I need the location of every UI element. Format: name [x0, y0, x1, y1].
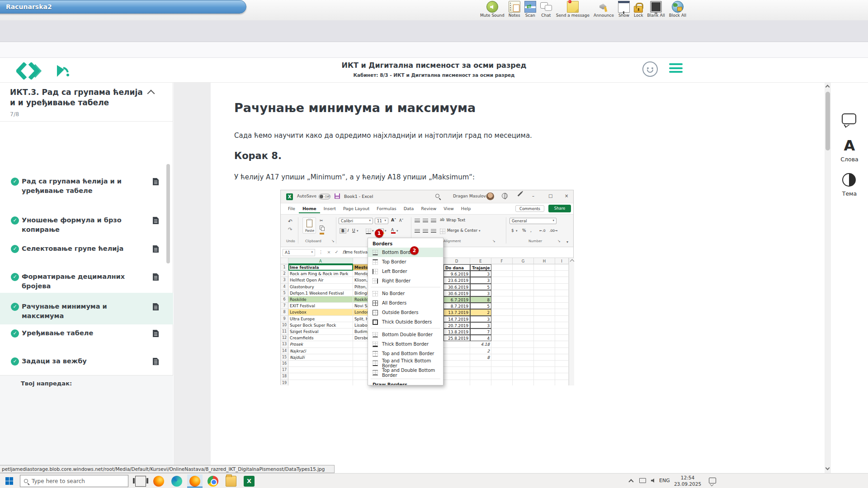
- cell-A8: Lovebox: [288, 309, 353, 315]
- cell-A4: Glastonbury: [288, 284, 353, 290]
- lesson-heading: Рачунање минимума и максимума: [234, 101, 476, 115]
- taskbar-excel-button[interactable]: X: [241, 474, 257, 488]
- theme-toggle-icon[interactable]: [842, 173, 856, 187]
- taskbar-search[interactable]: Type here to search: [20, 475, 128, 487]
- row-header: 13: [281, 341, 288, 347]
- sidebar-item[interactable]: ✓Уношење формула и брзо копирање: [0, 212, 173, 238]
- cell-i7: [555, 303, 569, 309]
- notes-icon: [509, 1, 520, 13]
- scroll-down-icon[interactable]: [826, 466, 830, 470]
- network-icon[interactable]: [639, 478, 646, 483]
- sidebar-item[interactable]: ✓Рад са групама ћелија и и уређивање таб…: [0, 173, 173, 202]
- taskbar-edge-button[interactable]: [169, 474, 184, 488]
- sidebar-item[interactable]: ✓Селектовање групе ћелија: [0, 240, 173, 262]
- cell-E4: 5: [470, 284, 491, 290]
- start-button[interactable]: [5, 477, 13, 485]
- menu-item-label: Right Border: [382, 278, 410, 283]
- document-icon: [153, 358, 159, 365]
- borders-dropdown-menu: Borders Bottom BorderTop BorderLeft Bord…: [368, 238, 443, 385]
- clock[interactable]: 12:5423.09.2025: [674, 475, 702, 487]
- sidebar-item[interactable]: ✓Задаци за вежбу: [0, 353, 173, 375]
- scrollbar-thumb[interactable]: [826, 92, 830, 150]
- send-tool-button[interactable]: Send a message: [556, 1, 590, 18]
- cell-H18: [534, 373, 555, 380]
- cell-A3: Hellfest Open Air: [288, 277, 353, 283]
- cell-H16: [534, 361, 555, 367]
- tool-label: Announce: [594, 13, 614, 18]
- cell-A11: Sziget Festival: [288, 328, 353, 335]
- cell-E3: 3: [470, 277, 491, 283]
- font-size-icon[interactable]: A: [831, 137, 868, 154]
- language-indicator[interactable]: ENG: [659, 478, 670, 483]
- tray-expand-icon[interactable]: [628, 479, 633, 484]
- menu-item-label: Thick Bottom Border: [382, 342, 429, 347]
- wrap-text-icon: ab: [440, 218, 444, 222]
- sidebar-scrollbar[interactable]: [165, 83, 171, 402]
- cell-D5: 30.6.2019: [443, 290, 470, 296]
- cell-F6: [491, 296, 513, 303]
- document-icon: [153, 178, 159, 185]
- announce-tool-button[interactable]: Announce: [594, 1, 614, 18]
- row-header: 1: [281, 264, 288, 271]
- section-progress-count: 7/8: [10, 111, 19, 117]
- cell-H17: [534, 367, 555, 373]
- scroll-up-icon[interactable]: [826, 85, 830, 89]
- profile-smiley-icon[interactable]: [642, 61, 658, 77]
- excel-comments-button: Comments: [515, 205, 544, 212]
- theme-label: Тема: [831, 190, 868, 197]
- section-title: ИКТ.3. Рад са групама ћелија и и уређива…: [10, 87, 146, 108]
- scan-tool-button[interactable]: Scan: [524, 1, 536, 18]
- excel-tab-data: Data: [400, 205, 418, 213]
- block-tool-button[interactable]: Block All: [669, 1, 686, 18]
- collapse-chevron-icon[interactable]: [147, 90, 155, 98]
- excel-tab-formulas: Formulas: [373, 205, 400, 213]
- mute-icon: [486, 1, 498, 13]
- cell-F4: [491, 284, 513, 290]
- sidebar-item-active[interactable]: ✓Рачунање минимума и максимума: [0, 293, 173, 324]
- sidebar-item[interactable]: ✓Уређивање табеле: [0, 325, 173, 347]
- mute-tool-button[interactable]: Mute Sound: [480, 1, 505, 18]
- tool-label: Block All: [669, 13, 686, 18]
- cell-F2: [491, 271, 513, 277]
- taskbar-firefox-active-button[interactable]: [187, 474, 203, 488]
- cell-i19: [555, 380, 569, 385]
- cell-D1: Do dana: [443, 264, 470, 271]
- taskbar-chrome-button[interactable]: [205, 474, 221, 488]
- taskbar-file-explorer-button[interactable]: [223, 474, 239, 488]
- taskbar-firefox-button[interactable]: [151, 474, 166, 488]
- blank-tool-button[interactable]: Blank All: [647, 1, 665, 18]
- page-menu-icon[interactable]: [669, 63, 683, 75]
- notes-tool-button[interactable]: Notes: [509, 1, 520, 18]
- cell-F10: [491, 322, 513, 328]
- cell-i2: [555, 271, 569, 277]
- document-icon: [153, 303, 159, 310]
- cell-D19: [443, 380, 470, 385]
- scan-icon: [524, 1, 536, 13]
- border-style-icon: [373, 269, 378, 274]
- underline-button: U: [352, 228, 355, 233]
- cell-H4: [534, 284, 555, 290]
- cell-F11: [491, 328, 513, 335]
- sidebar-item[interactable]: ✓Форматирање децималних бројева: [0, 268, 173, 295]
- excel-user-name: Dragan Masulovic: [453, 194, 489, 198]
- excel-title-bar: X AutoSave Off Book1 - Excel Dragan Masu…: [281, 190, 573, 203]
- show-tool-button[interactable]: Show: [618, 1, 630, 18]
- search-icon: [24, 479, 28, 483]
- taskbar-task-view-button[interactable]: [133, 474, 148, 488]
- chat-tool-button[interactable]: Chat: [540, 1, 552, 18]
- volume-icon[interactable]: [651, 479, 654, 483]
- column-header-A: A: [288, 258, 353, 264]
- comments-bubble-icon[interactable]: [842, 113, 856, 124]
- content-scrollbar[interactable]: [825, 83, 831, 473]
- cell-D6: 6.7.2019: [443, 296, 470, 303]
- cell-H11: [534, 328, 555, 335]
- cell-A17: [288, 367, 353, 373]
- excel-globe-icon: [502, 193, 508, 199]
- completed-check-icon: ✓: [11, 357, 19, 366]
- cell-F5: [491, 290, 513, 296]
- cell-E2: 3: [470, 271, 491, 277]
- menu-item-left-border: Left Border: [368, 267, 443, 276]
- action-center-icon[interactable]: [709, 478, 716, 483]
- lock-tool-button[interactable]: Lock: [634, 2, 643, 18]
- row-header: 7: [281, 303, 288, 309]
